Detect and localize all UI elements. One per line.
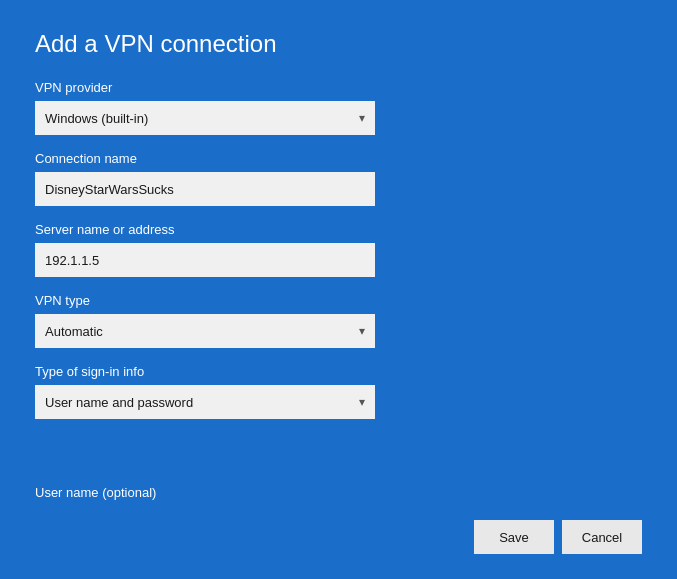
sign-in-type-select[interactable]: User name and password <box>35 385 375 419</box>
button-row: Save Cancel <box>35 520 642 554</box>
cancel-button[interactable]: Cancel <box>562 520 642 554</box>
user-name-label: User name (optional) <box>35 485 642 500</box>
sign-in-type-group: Type of sign-in info User name and passw… <box>35 364 642 419</box>
connection-name-input[interactable] <box>35 172 375 206</box>
server-name-group: Server name or address <box>35 222 642 277</box>
vpn-type-select[interactable]: Automatic <box>35 314 375 348</box>
vpn-provider-select[interactable]: Windows (built-in) <box>35 101 375 135</box>
connection-name-group: Connection name <box>35 151 642 206</box>
vpn-type-select-wrapper[interactable]: Automatic ▾ <box>35 314 375 348</box>
dialog-title: Add a VPN connection <box>35 30 642 58</box>
server-name-label: Server name or address <box>35 222 642 237</box>
vpn-provider-select-wrapper[interactable]: Windows (built-in) ▾ <box>35 101 375 135</box>
bottom-section: User name (optional) Save Cancel <box>35 485 642 554</box>
vpn-type-group: VPN type Automatic ▾ <box>35 293 642 348</box>
connection-name-label: Connection name <box>35 151 642 166</box>
vpn-provider-group: VPN provider Windows (built-in) ▾ <box>35 80 642 135</box>
sign-in-type-label: Type of sign-in info <box>35 364 642 379</box>
vpn-dialog: Add a VPN connection VPN provider Window… <box>0 0 677 579</box>
vpn-provider-label: VPN provider <box>35 80 642 95</box>
save-button[interactable]: Save <box>474 520 554 554</box>
vpn-type-label: VPN type <box>35 293 642 308</box>
server-name-input[interactable] <box>35 243 375 277</box>
sign-in-type-select-wrapper[interactable]: User name and password ▾ <box>35 385 375 419</box>
